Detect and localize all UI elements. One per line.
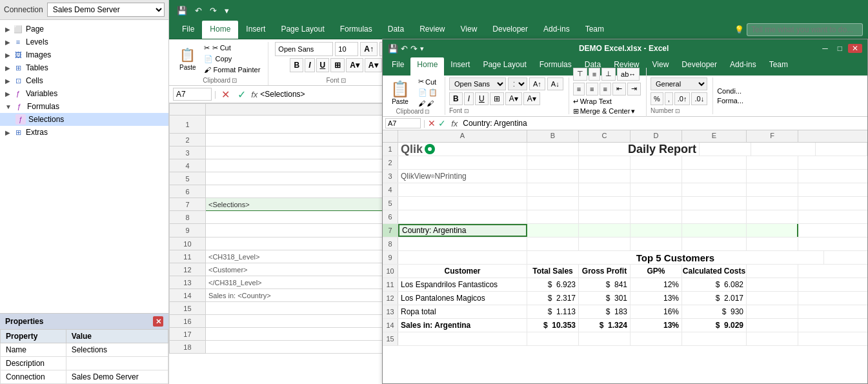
front-font-expand[interactable]: ⊡ bbox=[464, 108, 469, 114]
front-cell-a6[interactable] bbox=[398, 210, 527, 223]
front-cell-a1[interactable]: Qlik bbox=[398, 143, 527, 156]
front-cell-b15[interactable] bbox=[527, 332, 579, 345]
front-cell-d14[interactable]: 13% bbox=[631, 319, 682, 332]
sidebar-item-formulas[interactable]: ▼ ƒ Formulas bbox=[0, 100, 168, 113]
front-fontcolor-button[interactable]: A▾ bbox=[523, 92, 540, 105]
front-cell-f2[interactable] bbox=[747, 156, 798, 169]
front-tab-home[interactable]: Home bbox=[410, 57, 444, 76]
front-cell-f12[interactable] bbox=[747, 292, 798, 305]
fill-color-button[interactable]: A▾ bbox=[346, 58, 363, 72]
save-button[interactable]: 💾 bbox=[174, 5, 190, 17]
paste-button[interactable]: 📋 Paste bbox=[177, 42, 199, 76]
cell-ref-input[interactable] bbox=[173, 88, 212, 101]
tab-review[interactable]: Review bbox=[412, 21, 452, 39]
front-cell-d5[interactable] bbox=[631, 197, 682, 210]
front-cell-c8[interactable] bbox=[579, 237, 631, 250]
number-expand[interactable]: ⊡ bbox=[675, 108, 680, 114]
front-tab-page-layout[interactable]: Page Layout bbox=[476, 57, 532, 76]
front-cell-a4[interactable] bbox=[398, 183, 527, 196]
front-cell-b8[interactable] bbox=[527, 237, 579, 250]
connection-select[interactable]: Sales Demo Server bbox=[47, 3, 165, 17]
front-tab-insert[interactable]: Insert bbox=[444, 57, 476, 76]
sidebar-item-tables[interactable]: ▶ ⊞ Tables bbox=[0, 61, 168, 74]
front-cell-f9[interactable] bbox=[824, 251, 867, 264]
front-conditional-format-button[interactable]: Condi... bbox=[717, 87, 743, 95]
front-cell-f15[interactable] bbox=[747, 332, 798, 345]
front-cell-c6[interactable] bbox=[579, 210, 631, 223]
formula-cancel-button[interactable]: ✕ bbox=[219, 88, 232, 101]
front-cell-d1[interactable] bbox=[700, 143, 751, 156]
front-cell-f6[interactable] bbox=[747, 210, 798, 223]
front-cell-b2[interactable] bbox=[527, 156, 579, 169]
tab-page-layout[interactable]: Page Layout bbox=[273, 21, 332, 39]
front-cell-d8[interactable] bbox=[631, 237, 682, 250]
front-cell-a12[interactable]: Los Pantalones Magicos bbox=[398, 292, 527, 305]
front-cell-c10[interactable]: Gross Profit bbox=[579, 265, 631, 278]
sidebar-item-page[interactable]: ▶ ⬜ Page bbox=[0, 23, 168, 35]
redo-button[interactable]: ↷ bbox=[207, 5, 219, 17]
front-tab-addins[interactable]: Add-ins bbox=[723, 57, 763, 76]
front-cell-d13[interactable]: 16% bbox=[631, 305, 682, 318]
sidebar-item-selections[interactable]: ƒ Selections bbox=[0, 113, 168, 126]
sidebar-item-cells[interactable]: ▶ ⊡ Cells bbox=[0, 74, 168, 87]
front-cell-c13[interactable]: $ 183 bbox=[579, 305, 631, 318]
tab-formulas[interactable]: Formulas bbox=[332, 21, 380, 39]
front-cell-a3[interactable]: QlikView® NPrinting bbox=[398, 170, 527, 183]
front-font-size[interactable]: 10 bbox=[508, 77, 527, 90]
font-size-selector[interactable] bbox=[335, 42, 358, 56]
tab-insert[interactable]: Insert bbox=[238, 21, 273, 39]
front-cell-e15[interactable] bbox=[682, 332, 747, 345]
sidebar-item-extras[interactable]: ▶ ⊞ Extras bbox=[0, 126, 168, 139]
sidebar-item-variables[interactable]: ▶ ƒ Variables bbox=[0, 87, 168, 100]
front-cell-e3[interactable] bbox=[682, 170, 747, 183]
front-undo-button[interactable]: ↶ bbox=[401, 44, 408, 54]
tab-addins[interactable]: Add-ins bbox=[536, 21, 578, 39]
undo-button[interactable]: ↶ bbox=[192, 5, 205, 17]
front-cell-a5[interactable] bbox=[398, 197, 527, 210]
front-tab-view[interactable]: View bbox=[646, 57, 676, 76]
front-bold-button[interactable]: B bbox=[449, 92, 463, 105]
front-cell-a2[interactable] bbox=[398, 156, 527, 169]
front-formula-confirm[interactable]: ✓ bbox=[438, 118, 446, 128]
front-align-left[interactable]: ≡ bbox=[573, 83, 585, 96]
front-cell-ref[interactable] bbox=[385, 118, 421, 128]
front-cell-a14[interactable]: Sales in: Argentina bbox=[398, 319, 527, 332]
font-expand-icon[interactable]: ⊡ bbox=[341, 77, 346, 84]
front-cell-c4[interactable] bbox=[579, 183, 631, 196]
bold-button[interactable]: B bbox=[290, 58, 303, 72]
front-cell-e4[interactable] bbox=[682, 183, 747, 196]
front-merge-center-button[interactable]: ⊞ Merge & Center ▾ bbox=[573, 107, 641, 116]
front-close-button[interactable]: ✕ bbox=[848, 44, 862, 53]
front-format-painter-button[interactable]: 🖌 🖌 bbox=[416, 99, 439, 108]
front-cell-d10[interactable]: GP% bbox=[631, 265, 682, 278]
front-number-format[interactable]: General bbox=[651, 77, 707, 90]
front-cell-f1[interactable] bbox=[816, 143, 867, 156]
front-formula-input[interactable] bbox=[463, 119, 865, 128]
front-cell-f3[interactable] bbox=[747, 170, 798, 183]
italic-button[interactable]: I bbox=[305, 58, 314, 72]
front-align-right[interactable]: ≡ bbox=[600, 83, 611, 96]
front-fill-button[interactable]: A▾ bbox=[505, 92, 522, 105]
front-increase-decimal[interactable]: .0↑ bbox=[674, 92, 691, 105]
front-decrease-decimal[interactable]: .0↓ bbox=[691, 92, 707, 105]
front-font-selector[interactable]: Open Sans bbox=[449, 77, 506, 90]
front-cell-d11[interactable]: 12% bbox=[631, 278, 682, 291]
front-cell-a9[interactable] bbox=[398, 251, 527, 264]
front-dropdown-button[interactable]: ▾ bbox=[420, 45, 424, 53]
front-cell-c15[interactable] bbox=[579, 332, 631, 345]
increase-font-button[interactable]: A↑ bbox=[360, 42, 378, 56]
sidebar-item-levels[interactable]: ▶ ≡ Levels bbox=[0, 35, 168, 48]
font-selector[interactable] bbox=[275, 42, 333, 56]
front-indent-increase[interactable]: ⇥ bbox=[627, 83, 641, 96]
front-decrease-font[interactable]: A↓ bbox=[547, 77, 563, 90]
front-cell-d3[interactable] bbox=[631, 170, 682, 183]
front-cell-b5[interactable] bbox=[527, 197, 579, 210]
cut-button[interactable]: ✂ ✂ Cut bbox=[201, 43, 263, 53]
front-cell-d7[interactable] bbox=[631, 224, 682, 237]
front-cell-e10[interactable]: Calculated Costs bbox=[682, 265, 747, 278]
front-cell-f10[interactable] bbox=[747, 265, 798, 278]
front-cell-e12[interactable]: $ 2.017 bbox=[682, 292, 747, 305]
front-cell-b4[interactable] bbox=[527, 183, 579, 196]
front-cell-f4[interactable] bbox=[747, 183, 798, 196]
front-cell-a8[interactable] bbox=[398, 237, 527, 250]
